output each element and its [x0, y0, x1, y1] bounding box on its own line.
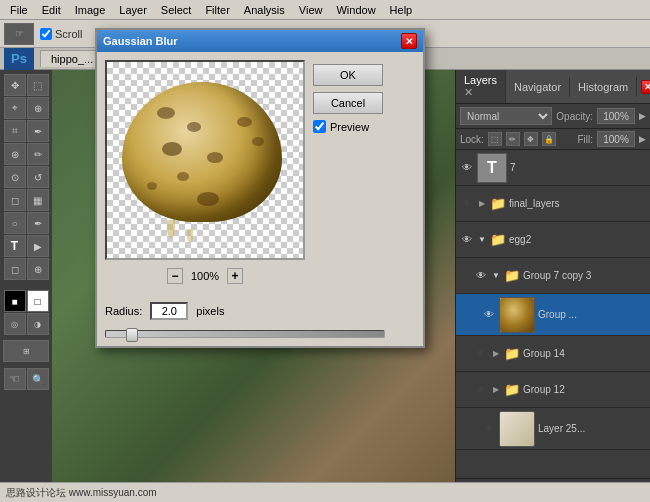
drip-1 — [167, 220, 175, 238]
spot-4 — [207, 152, 223, 163]
cancel-button[interactable]: Cancel — [313, 92, 383, 114]
radius-label: Radius: — [105, 305, 142, 317]
dialog-preview-area: − 100% + — [105, 60, 305, 288]
spot-6 — [147, 182, 157, 190]
dialog-close-btn[interactable]: ✕ — [401, 33, 417, 49]
radius-slider-thumb[interactable] — [126, 328, 138, 342]
preview-label: Preview — [330, 121, 369, 133]
preview-checkbox[interactable] — [313, 120, 326, 133]
ok-button[interactable]: OK — [313, 64, 383, 86]
gaussian-blur-dialog: Gaussian Blur ✕ — [95, 28, 425, 348]
pixels-label: pixels — [196, 305, 224, 317]
dialog-right-controls: OK Cancel Preview — [313, 60, 383, 288]
drip-2 — [187, 229, 193, 243]
zoom-out-btn[interactable]: − — [167, 268, 183, 284]
dialog-footer: Radius: pixels — [97, 296, 423, 330]
dialog-preview-controls: − 100% + — [105, 264, 305, 288]
spot-1 — [157, 107, 175, 119]
spot-3 — [162, 142, 182, 156]
radius-slider-track[interactable] — [105, 330, 385, 338]
spot-8 — [237, 117, 252, 127]
radius-input[interactable] — [150, 302, 188, 320]
dialog-titlebar: Gaussian Blur ✕ — [97, 30, 423, 52]
dialog-preview-canvas[interactable] — [105, 60, 305, 260]
preview-checkbox-container: Preview — [313, 120, 383, 133]
zoom-level-label: 100% — [191, 270, 219, 282]
dialog-overlay: Gaussian Blur ✕ — [0, 0, 650, 502]
spot-9 — [252, 137, 264, 146]
spot-5 — [177, 172, 189, 181]
slider-container — [97, 330, 423, 346]
dialog-body: − 100% + OK Cancel Preview — [97, 52, 423, 296]
spot-7 — [197, 192, 219, 206]
spot-2 — [187, 122, 201, 132]
zoom-in-btn[interactable]: + — [227, 268, 243, 284]
dialog-title: Gaussian Blur — [103, 35, 178, 47]
